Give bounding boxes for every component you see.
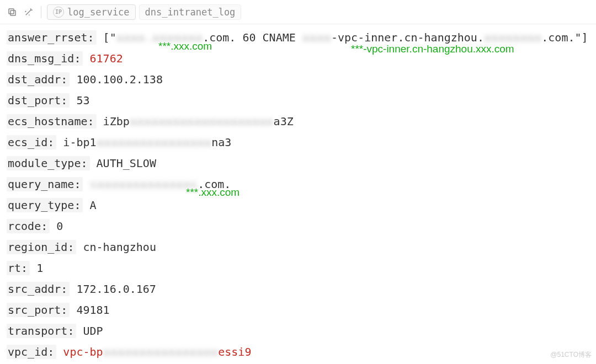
field-answer-rrset: answer_rrset: ["aaaa.aaaaaaa.com. 60 CNA…: [7, 30, 589, 46]
field-key: query_type:: [7, 198, 83, 212]
field-query-type: query_type: A: [7, 197, 589, 213]
breadcrumb-dns-intranet-log[interactable]: dns_intranet_log: [139, 4, 242, 20]
field-module-type: module_type: AUTH_SLOW: [7, 156, 589, 172]
field-value: 61762: [90, 52, 123, 65]
field-value: 100.100.2.138: [76, 73, 163, 86]
field-value: 0: [56, 220, 63, 233]
field-value: 53: [76, 94, 89, 107]
field-value: vpc-bpaaaaaaaaaaaaaaaaessi9: [63, 345, 251, 358]
field-key: src_port:: [7, 303, 70, 317]
field-region-id: region_id: cn-hangzhou: [7, 239, 589, 255]
field-value: 172.16.0.167: [76, 282, 156, 296]
field-dns-msg-id: dns_msg_id: 61762: [7, 51, 589, 67]
field-value: A: [90, 199, 97, 212]
svg-rect-1: [9, 9, 14, 14]
log-field-list: answer_rrset: ["aaaa.aaaaaaa.com. 60 CNA…: [0, 24, 596, 360]
divider: [41, 6, 41, 18]
field-key: module_type:: [7, 156, 90, 170]
breadcrumb-log-service[interactable]: IP log_service: [47, 4, 136, 20]
field-key: query_name:: [7, 177, 83, 191]
field-value: i-bp1aaaaaaaaaaaaaaaana3: [63, 136, 231, 149]
field-dst-port: dst_port: 53: [7, 93, 589, 109]
field-ecs-hostname: ecs_hostname: iZbpaaaaaaaaaaaaaaaaaaaaa3…: [7, 114, 589, 130]
copy-icon[interactable]: [6, 6, 19, 19]
field-key: dst_addr:: [7, 72, 70, 87]
field-ecs-id: ecs_id: i-bp1aaaaaaaaaaaaaaaana3: [7, 135, 589, 151]
field-rt: rt: 1: [7, 260, 589, 276]
field-value: UDP: [83, 324, 103, 338]
breadcrumb-label: dns_intranet_log: [145, 7, 236, 18]
breadcrumb-label: log_service: [67, 7, 130, 18]
field-key: rcode:: [7, 219, 50, 233]
field-transport: transport: UDP: [7, 323, 589, 339]
magic-wand-icon[interactable]: [22, 6, 35, 19]
field-value: 1: [36, 261, 43, 275]
field-key: region_id:: [7, 240, 76, 254]
field-key: ecs_hostname:: [7, 114, 97, 129]
field-rcode: rcode: 0: [7, 218, 589, 234]
toolbar: IP log_service dns_intranet_log: [0, 0, 596, 24]
field-value: iZbpaaaaaaaaaaaaaaaaaaaaa3Z: [103, 115, 294, 128]
field-key: transport:: [7, 324, 76, 338]
field-dst-addr: dst_addr: 100.100.2.138: [7, 72, 589, 88]
svg-rect-0: [10, 10, 15, 15]
field-key: answer_rrset:: [7, 30, 97, 45]
watermark: @51CTO博客: [550, 350, 592, 360]
field-src-addr: src_addr: 172.16.0.167: [7, 281, 589, 297]
field-query-name: query_name: saaaaaaaaaaaaas.com. ***.xxx…: [7, 176, 589, 192]
field-value: 49181: [76, 303, 109, 317]
field-key: ecs_id:: [7, 135, 56, 149]
field-src-port: src_port: 49181: [7, 302, 589, 318]
field-key: src_addr:: [7, 282, 70, 296]
field-value: AUTH_SLOW: [97, 157, 156, 170]
ip-badge-icon: IP: [53, 7, 64, 18]
field-value: cn-hangzhou: [83, 240, 156, 254]
field-key: vpc_id:: [7, 345, 56, 359]
field-vpc-id: vpc_id: vpc-bpaaaaaaaaaaaaaaaaessi9: [7, 344, 589, 360]
field-key: dns_msg_id:: [7, 51, 83, 66]
field-key: dst_port:: [7, 93, 70, 108]
field-key: rt:: [7, 261, 30, 275]
